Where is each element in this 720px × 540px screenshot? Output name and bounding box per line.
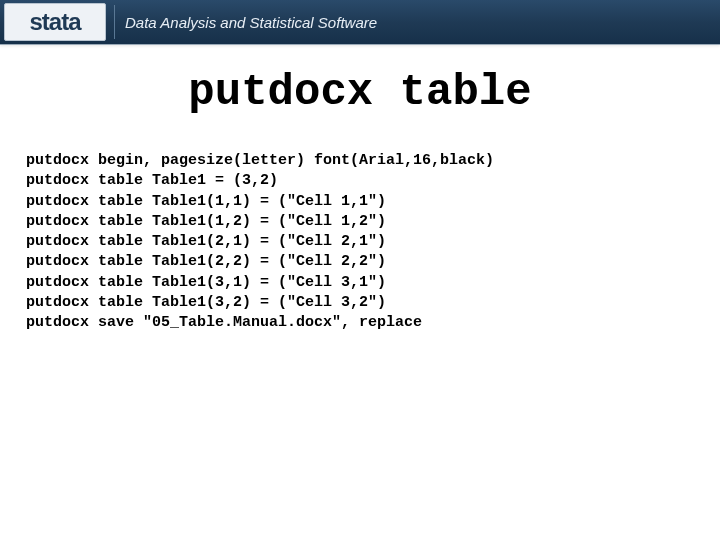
- code-line: putdocx table Table1(3,2) = ("Cell 3,2"): [26, 294, 386, 311]
- slide-title: putdocx table: [0, 67, 720, 117]
- header-tagline: Data Analysis and Statistical Software: [125, 14, 377, 31]
- code-line: putdocx table Table1(2,1) = ("Cell 2,1"): [26, 233, 386, 250]
- logo: stata: [4, 3, 106, 41]
- code-line: putdocx table Table1 = (3,2): [26, 172, 278, 189]
- code-line: putdocx table Table1(1,1) = ("Cell 1,1"): [26, 193, 386, 210]
- code-block: putdocx begin, pagesize(letter) font(Ari…: [26, 151, 720, 333]
- header-bar: stata Data Analysis and Statistical Soft…: [0, 0, 720, 45]
- code-line: putdocx save "05_Table.Manual.docx", rep…: [26, 314, 422, 331]
- slide: stata Data Analysis and Statistical Soft…: [0, 0, 720, 540]
- header-separator: [114, 5, 115, 39]
- logo-text: stata: [29, 8, 80, 36]
- code-line: putdocx table Table1(2,2) = ("Cell 2,2"): [26, 253, 386, 270]
- code-line: putdocx begin, pagesize(letter) font(Ari…: [26, 152, 494, 169]
- code-line: putdocx table Table1(1,2) = ("Cell 1,2"): [26, 213, 386, 230]
- code-line: putdocx table Table1(3,1) = ("Cell 3,1"): [26, 274, 386, 291]
